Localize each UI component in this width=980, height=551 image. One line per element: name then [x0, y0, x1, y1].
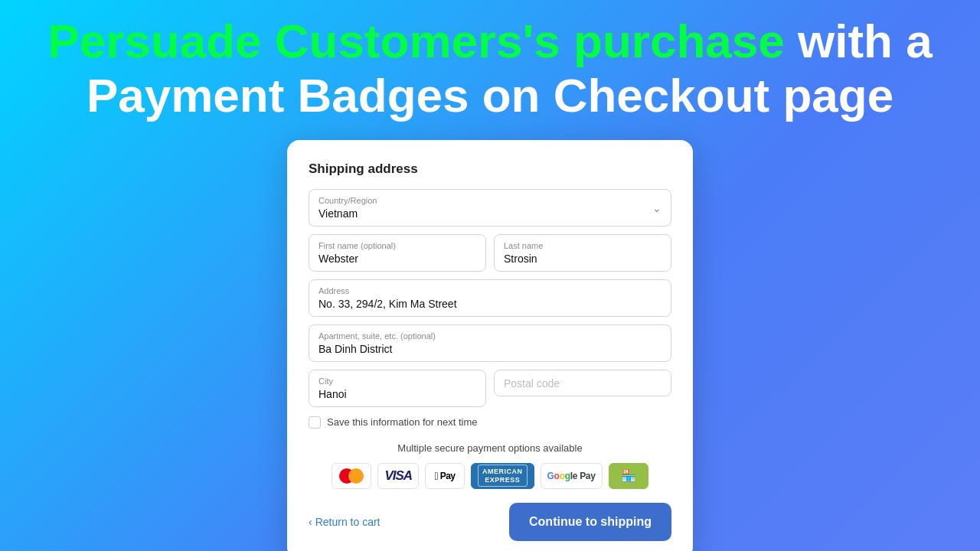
apartment-label: Apartment, suite, etc. (optional): [318, 331, 662, 341]
country-select[interactable]: Country/Region Vietnam ⌄: [309, 189, 671, 227]
payment-section: Multiple secure payment options availabl…: [309, 442, 671, 489]
apartment-value: Ba Dinh District: [318, 343, 392, 355]
gpay-badge: Google Pay: [541, 463, 603, 489]
city-label: City: [318, 377, 476, 386]
visa-icon: VISA: [384, 468, 412, 484]
postal-group: Postal code: [494, 370, 671, 407]
headline-white-suffix: with a: [785, 15, 933, 67]
checkout-card: Shipping address Country/Region Vietnam …: [287, 140, 693, 551]
apartment-group: Apartment, suite, etc. (optional) Ba Din…: [309, 324, 671, 362]
footer-row: ‹ Return to cart Continue to shipping: [309, 503, 671, 541]
first-name-label: First name (optional): [318, 241, 476, 250]
address-value: No. 33, 294/2, Kim Ma Street: [318, 298, 457, 310]
country-field-group: Country/Region Vietnam ⌄: [309, 189, 671, 227]
mastercard-badge: [332, 463, 371, 489]
mastercard-icon: [339, 468, 364, 484]
apartment-field[interactable]: Apartment, suite, etc. (optional) Ba Din…: [309, 324, 671, 362]
continue-to-shipping-button[interactable]: Continue to shipping: [509, 503, 671, 541]
name-row: First name (optional) Webster Last name …: [309, 234, 671, 272]
visa-badge: VISA: [377, 463, 419, 489]
return-link-label: Return to cart: [315, 516, 381, 528]
section-title: Shipping address: [309, 161, 671, 177]
postal-placeholder: Postal code: [504, 377, 560, 390]
amex-icon: AMERICANEXPRESS: [478, 465, 528, 487]
save-info-row: Save this information for next time: [309, 416, 671, 429]
chevron-left-icon: ‹: [309, 516, 312, 528]
country-label: Country/Region: [318, 196, 377, 205]
city-value: Hanoi: [318, 388, 347, 400]
country-value: Vietnam: [318, 207, 358, 220]
apple-icon: : [435, 470, 439, 482]
last-name-group: Last name Strosin: [494, 234, 671, 272]
save-info-checkbox[interactable]: [309, 416, 321, 429]
chevron-down-icon: ⌄: [652, 202, 662, 214]
apple-pay-badge:  Pay: [425, 463, 465, 489]
first-name-field[interactable]: First name (optional) Webster: [309, 234, 486, 272]
return-to-cart-link[interactable]: ‹ Return to cart: [309, 516, 381, 528]
headline-green: Persuade Customers's purchase: [47, 15, 784, 67]
city-group: City Hanoi: [309, 370, 486, 407]
payment-title: Multiple secure payment options availabl…: [309, 442, 671, 454]
last-name-label: Last name: [504, 241, 662, 250]
last-name-value: Strosin: [504, 253, 537, 265]
address-field[interactable]: Address No. 33, 294/2, Kim Ma Street: [309, 279, 671, 317]
shopify-badge: 🏪: [609, 463, 648, 489]
gpay-icon: Google Pay: [547, 471, 596, 481]
mc-circle-right: [348, 468, 364, 484]
page-headline: Persuade Customers's purchase with a Pay…: [47, 14, 932, 123]
headline-line2: Payment Badges on Checkout page: [47, 68, 932, 122]
save-info-label: Save this information for next time: [327, 416, 478, 428]
amex-badge: AMERICANEXPRESS: [471, 463, 534, 489]
city-postal-row: City Hanoi Postal code: [309, 370, 671, 407]
first-name-value: Webster: [318, 253, 358, 265]
postal-field[interactable]: Postal code: [494, 370, 671, 396]
address-label: Address: [318, 286, 662, 295]
city-field[interactable]: City Hanoi: [309, 370, 486, 407]
last-name-field[interactable]: Last name Strosin: [494, 234, 671, 272]
shopify-icon: 🏪: [621, 468, 636, 483]
first-name-group: First name (optional) Webster: [309, 234, 486, 272]
payment-badges: VISA  Pay AMERICANEXPRESS Google Pay: [309, 463, 671, 489]
address-group: Address No. 33, 294/2, Kim Ma Street: [309, 279, 671, 317]
amex-text: AMERICANEXPRESS: [482, 468, 523, 484]
apple-pay-text: Pay: [440, 471, 456, 481]
